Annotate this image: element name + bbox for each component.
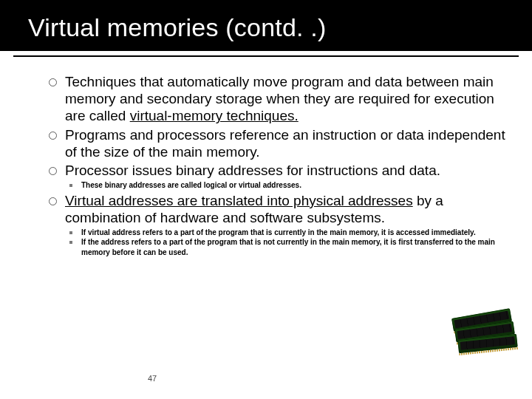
bullet-text-underline: Virtual addresses are translated into ph… bbox=[65, 193, 413, 208]
content-area: Techniques that automatically move progr… bbox=[0, 57, 532, 257]
sub-bullet-list: These binary addresses are called logica… bbox=[68, 180, 510, 191]
bullet-item: Virtual addresses are translated into ph… bbox=[49, 192, 510, 258]
bullet-item: Processor issues binary addresses for in… bbox=[49, 162, 510, 191]
sub-bullet-text: If the address refers to a part of the p… bbox=[81, 238, 495, 256]
bullet-item: Techniques that automatically move progr… bbox=[49, 73, 510, 125]
page-number: 47 bbox=[148, 374, 157, 383]
slide-title: Virtual memories (contd. .) bbox=[28, 13, 510, 42]
bullet-item: Programs and processors reference an ins… bbox=[49, 126, 510, 160]
bullet-text: Programs and processors reference an ins… bbox=[65, 127, 505, 160]
sub-bullet-item: If virtual address refers to a part of t… bbox=[68, 228, 510, 238]
ram-image bbox=[449, 312, 514, 356]
bullet-text-underline: virtual-memory techniques. bbox=[130, 108, 299, 123]
sub-bullet-list: If virtual address refers to a part of t… bbox=[68, 228, 510, 258]
sub-bullet-text: These binary addresses are called logica… bbox=[81, 181, 301, 189]
sub-bullet-item: These binary addresses are called logica… bbox=[68, 180, 510, 191]
sub-bullet-item: If the address refers to a part of the p… bbox=[68, 237, 510, 257]
title-bar: Virtual memories (contd. .) bbox=[0, 0, 532, 51]
bullet-text: Processor issues binary addresses for in… bbox=[65, 163, 440, 178]
slide: Virtual memories (contd. .) Techniques t… bbox=[0, 0, 532, 399]
bullet-list: Techniques that automatically move progr… bbox=[49, 73, 510, 257]
sub-bullet-text: If virtual address refers to a part of t… bbox=[81, 228, 476, 236]
